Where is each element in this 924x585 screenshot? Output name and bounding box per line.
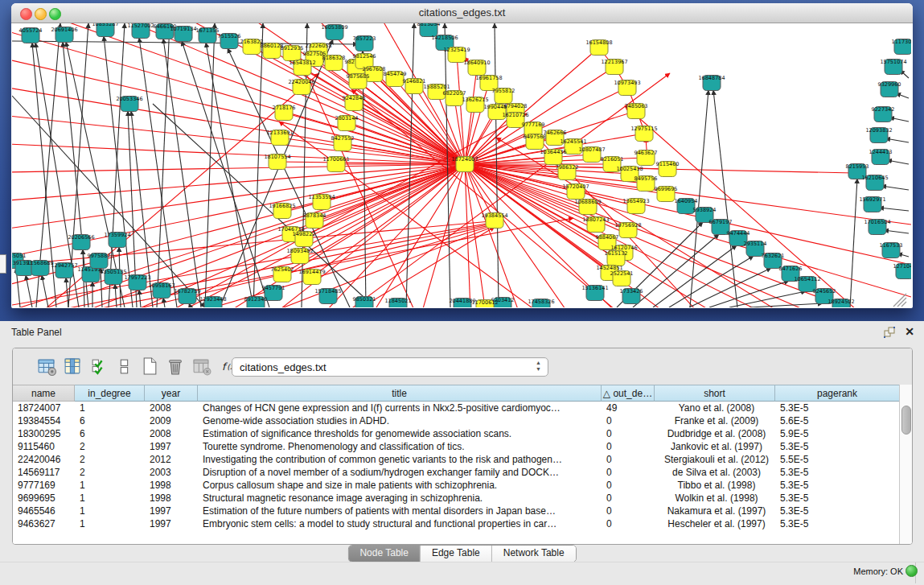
table-select-dropdown[interactable]: citations_edges.txt ▲▼ [232, 357, 548, 377]
column-header-out_de[interactable]: △ out_de… [602, 385, 655, 402]
graph-node[interactable]: 9115460 [656, 161, 680, 177]
graph-node[interactable]: 4055724 [19, 27, 43, 43]
graph-node[interactable]: 16053809 [321, 24, 347, 40]
graph-edge[interactable] [713, 90, 737, 307]
graph-node[interactable]: 12093832 [865, 127, 892, 143]
graph-node[interactable]: 8912935 [281, 45, 304, 61]
graph-node[interactable]: 12975115 [630, 126, 657, 142]
graph-node[interactable]: 9227342 [872, 106, 895, 122]
delete-table-icon[interactable] [166, 356, 185, 376]
table-column-icon[interactable] [63, 356, 82, 376]
unselect-rows-icon[interactable] [115, 356, 134, 376]
table-row[interactable]: 1456911722003Disruption of a novel membe… [13, 466, 900, 479]
graph-node[interactable]: 7485063 [625, 103, 648, 119]
graph-edge[interactable] [182, 41, 269, 307]
select-all-rows-icon[interactable] [90, 356, 109, 376]
graph-node[interactable]: 1615132 [605, 250, 628, 266]
graph-edge[interactable] [157, 23, 170, 307]
table-row[interactable]: 977716911998Corpus callosum shape and si… [13, 479, 900, 492]
graph-node[interactable]: 16782759 [174, 288, 200, 304]
window-titlebar[interactable]: citations_edges.txt [11, 3, 913, 23]
graph-edge[interactable] [625, 105, 856, 307]
graph-node[interactable]: 8912340 [244, 296, 268, 308]
graph-edge[interactable] [885, 138, 909, 142]
graph-edge[interactable] [669, 256, 754, 307]
tab-network-table[interactable]: Network Table [491, 546, 576, 562]
graph-node[interactable]: 15136141 [581, 285, 608, 301]
graph-node[interactable]: 1244413 [869, 149, 893, 165]
graph-edge[interactable] [109, 23, 125, 307]
graph-node[interactable]: 10958167 [148, 282, 175, 299]
table-row[interactable]: 2242004622012Investigating the contribut… [13, 453, 900, 466]
graph-node[interactable]: 1167533 [880, 242, 903, 258]
graph-node[interactable]: 1117304 [892, 39, 911, 55]
column-header-name[interactable]: name [13, 385, 75, 402]
window-resize-grip[interactable] [893, 294, 906, 307]
graph-node[interactable]: 9146821 [403, 78, 426, 94]
column-header-year[interactable]: year [145, 385, 198, 402]
graph-edge[interactable] [42, 275, 48, 307]
graph-node[interactable]: 9875685 [347, 73, 370, 89]
graph-edge[interactable] [889, 117, 909, 122]
table-row[interactable]: 969969511998Structural magnetic resonanc… [13, 492, 900, 505]
graph-edge[interactable] [881, 186, 909, 190]
graph-node[interactable]: 2803144 [335, 115, 359, 131]
graph-node[interactable]: 9699695 [655, 186, 678, 202]
graph-node[interactable]: 2718176 [273, 105, 296, 121]
graph-edge[interactable] [253, 23, 263, 307]
graph-edge[interactable] [465, 164, 911, 297]
graph-node[interactable]: 9242848 [343, 95, 366, 111]
graph-node[interactable]: 1498222 [293, 231, 316, 247]
graph-node[interactable]: 10973493 [614, 80, 640, 96]
graph-node[interactable]: 17016504 [864, 219, 890, 235]
graph-node[interactable]: 19166825 [269, 203, 295, 219]
graph-edge[interactable] [358, 227, 495, 307]
graph-node[interactable]: 10853287 [92, 23, 118, 37]
graph-edge[interactable] [465, 68, 477, 164]
graph-node[interactable]: 15751074 [880, 59, 906, 75]
graph-edge[interactable] [12, 164, 465, 172]
graph-edge[interactable] [887, 160, 909, 164]
graph-node[interactable]: 20691406 [51, 27, 77, 43]
graph-node[interactable]: 1733426 [620, 288, 643, 304]
graph-node[interactable]: 17458326 [528, 299, 554, 308]
graph-node[interactable]: 16210645 [861, 175, 888, 191]
table-row[interactable]: 1830029562008Estimation of significance … [13, 427, 900, 440]
network-graph[interactable]: 4055724206914061085328711527002646616010… [12, 23, 911, 307]
graph-node[interactable]: 9975887 [88, 253, 111, 269]
graph-node[interactable]: 7857223 [353, 35, 376, 51]
graph-node[interactable]: 15692971 [859, 196, 885, 212]
graph-edge[interactable] [36, 164, 465, 307]
graph-edge[interactable] [850, 179, 857, 307]
graph-node[interactable]: 15718485 [314, 288, 341, 304]
graph-node[interactable]: 16848784 [698, 75, 725, 91]
graph-node[interactable]: 7625402 [271, 266, 294, 282]
column-header-in_degree[interactable]: in_degree [75, 385, 145, 402]
table-row[interactable]: 946554611997Estimation of the future num… [13, 505, 900, 517]
table-settings-icon[interactable] [37, 356, 56, 376]
graph-edge[interactable] [314, 164, 465, 220]
graph-node[interactable]: 8427552 [331, 135, 355, 151]
graph-node[interactable]: 8186328 [322, 55, 346, 71]
graph-edge[interactable] [749, 303, 823, 307]
graph-node[interactable]: 7955812 [492, 88, 515, 104]
vertical-scrollbar[interactable] [899, 385, 912, 544]
close-panel-icon[interactable]: ✕ [905, 325, 914, 338]
graph-node[interactable]: 18640910 [463, 60, 490, 76]
column-header-title[interactable]: title [198, 385, 602, 402]
table-row[interactable]: 911546021997Tourette syndrome. Phenomeno… [13, 440, 900, 453]
graph-edge[interactable] [879, 208, 909, 211]
table-row[interactable]: 1872400712008Changes of HCN gene express… [13, 402, 900, 414]
graph-edge[interactable] [163, 39, 201, 307]
graph-node[interactable]: 11845021 [384, 298, 411, 308]
graph-node[interactable]: 8878344 [303, 212, 326, 229]
scrollbar-thumb[interactable] [901, 406, 911, 435]
graph-node[interactable]: 6497568 [524, 134, 547, 150]
graph-node[interactable]: 7515526 [218, 33, 241, 49]
graph-edge[interactable] [465, 154, 592, 164]
graph-node[interactable]: 9329960 [878, 81, 901, 97]
graph-edge[interactable] [884, 230, 909, 233]
graph-node[interactable]: 9850321 [353, 296, 376, 308]
new-table-icon[interactable] [140, 356, 159, 376]
graph-node[interactable]: 13654923 [622, 198, 649, 214]
